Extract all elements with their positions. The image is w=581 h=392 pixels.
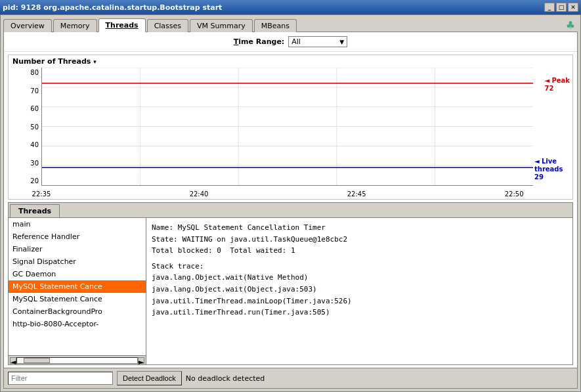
thread-detail-name: Name: MySQL Statement Cancellation Timer bbox=[152, 222, 567, 234]
thread-item-gc-daemon[interactable]: GC Daemon bbox=[9, 268, 146, 280]
threads-panel-tab[interactable]: Threads bbox=[10, 204, 60, 217]
thread-list-container: main Reference Handler Finalizer Signal … bbox=[9, 218, 146, 364]
maximize-button[interactable]: □ bbox=[556, 3, 567, 12]
tab-memory[interactable]: Memory bbox=[53, 19, 97, 32]
window-title: pid: 9128 org.apache.catalina.startup.Bo… bbox=[3, 3, 222, 12]
chart-right-labels: ◄ Peak72 ◄ Live threads29 bbox=[534, 68, 572, 186]
detect-deadlock-button[interactable]: Detect Deadlock bbox=[117, 371, 182, 385]
tab-mbeans[interactable]: MBeans bbox=[254, 19, 297, 32]
thread-item-main[interactable]: main bbox=[9, 218, 146, 230]
thread-detail-blocked: Total blocked: 0 Total waited: 1 bbox=[152, 245, 567, 257]
time-range-value: All bbox=[291, 37, 337, 46]
time-range-select[interactable]: All ▼ bbox=[288, 36, 347, 47]
chart-svg bbox=[42, 68, 533, 185]
filter-input[interactable] bbox=[8, 372, 113, 385]
minimize-button[interactable]: _ bbox=[544, 3, 555, 12]
chart-y-axis: 80 70 60 50 40 30 20 bbox=[9, 68, 41, 186]
scroll-right-btn[interactable]: ► bbox=[138, 357, 144, 364]
thread-item-http-acceptor[interactable]: http-bio-8080-Acceptor- bbox=[9, 318, 146, 330]
main-window: Overview Memory Threads Classes VM Summa… bbox=[0, 14, 581, 392]
peak-label: ◄ Peak72 bbox=[545, 77, 570, 93]
threads-tab-bar: Threads bbox=[9, 203, 572, 218]
chart-title: Number of Threads ▾ bbox=[9, 55, 572, 68]
tab-classes[interactable]: Classes bbox=[147, 19, 188, 32]
chart-section: Number of Threads ▾ 80 70 60 50 40 30 20 bbox=[8, 54, 573, 200]
title-bar: pid: 9128 org.apache.catalina.startup.Bo… bbox=[0, 0, 581, 14]
thread-detail-stack-frame-1: java.lang.Object.wait(Native Method) bbox=[152, 272, 567, 284]
thread-item-mysql-stmt-cance-2[interactable]: MySQL Statement Cance bbox=[9, 293, 146, 305]
thread-item-mysql-stmt-cance-1[interactable]: MySQL Statement Cance bbox=[9, 280, 146, 293]
content-area: Time Range: All ▼ Number of Threads ▾ 80… bbox=[3, 32, 578, 389]
tab-vm-summary[interactable]: VM Summary bbox=[190, 19, 253, 32]
thread-detail-stack-label: Stack trace: bbox=[152, 261, 567, 272]
live-label: ◄ Live threads29 bbox=[534, 158, 570, 181]
peak-arrow-icon: ◄ bbox=[545, 77, 550, 84]
thread-item-ref-handler[interactable]: Reference Handler bbox=[9, 230, 146, 243]
time-range-bar: Time Range: All ▼ bbox=[4, 32, 577, 52]
chart-container: 80 70 60 50 40 30 20 bbox=[9, 68, 572, 199]
thread-detail: Name: MySQL Statement Cancellation Timer… bbox=[146, 218, 572, 364]
thread-detail-state: State: WAITING on java.util.TaskQueue@1e… bbox=[152, 234, 567, 246]
thread-list-scrollbar[interactable]: ◄ ► bbox=[9, 355, 146, 364]
thread-item-finalizer[interactable]: Finalizer bbox=[9, 243, 146, 255]
close-button[interactable]: ✕ bbox=[568, 3, 578, 12]
time-range-label: Time Range: bbox=[234, 37, 285, 46]
tab-threads[interactable]: Threads bbox=[98, 18, 146, 32]
live-arrow-icon: ◄ bbox=[534, 158, 540, 165]
threads-panel: Threads main Reference Handler Finalizer… bbox=[8, 202, 573, 365]
scrollbar-thumb[interactable] bbox=[24, 358, 50, 363]
scrollbar-track[interactable] bbox=[16, 357, 138, 364]
filter-bar: Detect Deadlock No deadlock detected bbox=[4, 368, 577, 388]
tab-bar: Overview Memory Threads Classes VM Summa… bbox=[1, 15, 580, 32]
chart-expand-icon[interactable]: ▾ bbox=[93, 58, 97, 65]
dropdown-arrow-icon: ▼ bbox=[339, 39, 344, 45]
jvisualvm-icon: ♣ bbox=[566, 19, 575, 32]
chart-x-labels: 22:35 22:40 22:45 22:50 bbox=[41, 189, 533, 199]
thread-detail-stack-frame-4: java.util.TimerThread.run(Timer.java:505… bbox=[152, 307, 567, 318]
thread-item-signal-dispatcher[interactable]: Signal Dispatcher bbox=[9, 255, 146, 268]
thread-detail-stack-frame-2: java.lang.Object.wait(Object.java:503) bbox=[152, 284, 567, 295]
threads-body: main Reference Handler Finalizer Signal … bbox=[9, 218, 572, 364]
thread-detail-stack-frame-3: java.util.TimerThread.mainLoop(Timer.jav… bbox=[152, 295, 567, 307]
no-deadlock-status: No deadlock detected bbox=[186, 374, 265, 383]
chart-inner bbox=[41, 68, 533, 186]
scroll-left-btn[interactable]: ◄ bbox=[10, 357, 16, 364]
tab-overview[interactable]: Overview bbox=[3, 19, 52, 32]
thread-item-container-bg[interactable]: ContainerBackgroundPro bbox=[9, 305, 146, 318]
window-controls: _ □ ✕ bbox=[544, 3, 578, 12]
thread-list[interactable]: main Reference Handler Finalizer Signal … bbox=[9, 218, 146, 355]
